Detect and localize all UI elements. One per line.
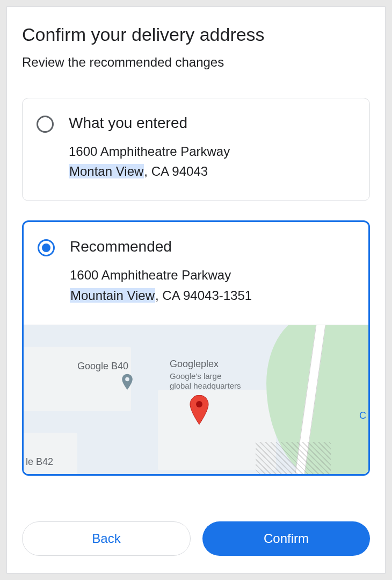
entered-address-line1: 1600 Amphitheatre Parkway bbox=[69, 141, 355, 161]
option-entered-content: What you entered 1600 Amphitheatre Parkw… bbox=[69, 114, 355, 181]
radio-recommended[interactable] bbox=[38, 239, 55, 256]
option-entered-label: What you entered bbox=[69, 114, 355, 132]
dialog-subtitle: Review the recommended changes bbox=[22, 55, 370, 70]
recommended-highlight: Mountain View bbox=[70, 288, 155, 303]
map-poi-b40-label: Google B40 bbox=[77, 361, 128, 372]
option-recommended-content: Recommended 1600 Amphitheatre Parkway Mo… bbox=[70, 238, 354, 305]
option-entered[interactable]: What you entered 1600 Amphitheatre Parkw… bbox=[22, 98, 370, 201]
option-recommended[interactable]: Recommended 1600 Amphitheatre Parkway Mo… bbox=[22, 220, 370, 475]
entered-highlight: Montan View bbox=[69, 164, 144, 178]
map-red-pin-icon bbox=[188, 395, 210, 428]
entered-rest: , CA 94043 bbox=[144, 164, 208, 178]
recommended-rest: , CA 94043-1351 bbox=[155, 288, 252, 303]
entered-address-line2: Montan View, CA 94043 bbox=[69, 161, 355, 181]
map-poi-sub1: Google's large bbox=[170, 371, 221, 381]
option-recommended-label: Recommended bbox=[70, 238, 354, 255]
map-edge-label: C bbox=[359, 410, 366, 421]
svg-point-0 bbox=[125, 377, 129, 381]
confirm-button[interactable]: Confirm bbox=[202, 521, 370, 556]
map-corner-label: le B42 bbox=[26, 456, 53, 468]
recommended-address-line1: 1600 Amphitheatre Parkway bbox=[70, 265, 354, 285]
map-preview: Google B40 Googleplex Google's large glo… bbox=[24, 325, 368, 474]
dialog-title: Confirm your delivery address bbox=[22, 24, 370, 45]
radio-entered[interactable] bbox=[37, 116, 54, 133]
svg-point-1 bbox=[196, 401, 202, 407]
map-poi-sub2: global headquarters bbox=[170, 381, 241, 391]
recommended-address-line2: Mountain View, CA 94043-1351 bbox=[70, 285, 354, 305]
map-poi-googleplex-label: Googleplex bbox=[170, 359, 219, 370]
map-pin-icon bbox=[120, 374, 134, 395]
back-button[interactable]: Back bbox=[22, 521, 191, 556]
confirm-address-dialog: Confirm your delivery address Review the… bbox=[6, 6, 386, 574]
dialog-buttons: Back Confirm bbox=[22, 505, 370, 556]
